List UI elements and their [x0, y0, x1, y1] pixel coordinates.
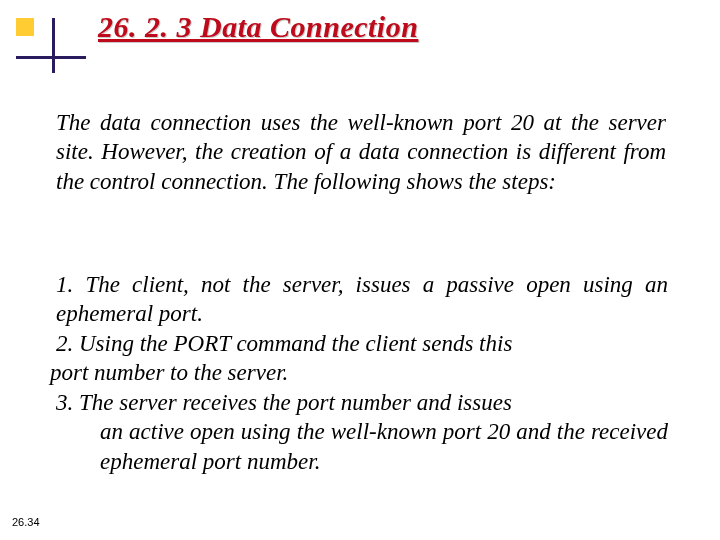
step-2-line1: 2. Using the PORT command the client sen… — [48, 329, 668, 358]
step-3-rest: an active open using the well-known port… — [48, 417, 668, 476]
step-1: 1. The client, not the server, issues a … — [48, 270, 668, 329]
page-number: 26.34 — [12, 516, 40, 528]
decor-square — [16, 18, 34, 36]
steps-list: 1. The client, not the server, issues a … — [48, 270, 668, 476]
decor-line-horizontal — [16, 56, 86, 59]
decor-line-vertical — [52, 18, 55, 73]
title-bullet-decor — [16, 18, 60, 62]
step-2-line2: port number to the server. — [48, 358, 668, 387]
intro-paragraph: The data connection uses the well-known … — [56, 108, 666, 196]
step-3-line1: 3. The server receives the port number a… — [48, 388, 668, 417]
section-title: 26. 2. 3 Data Connection — [98, 10, 418, 44]
